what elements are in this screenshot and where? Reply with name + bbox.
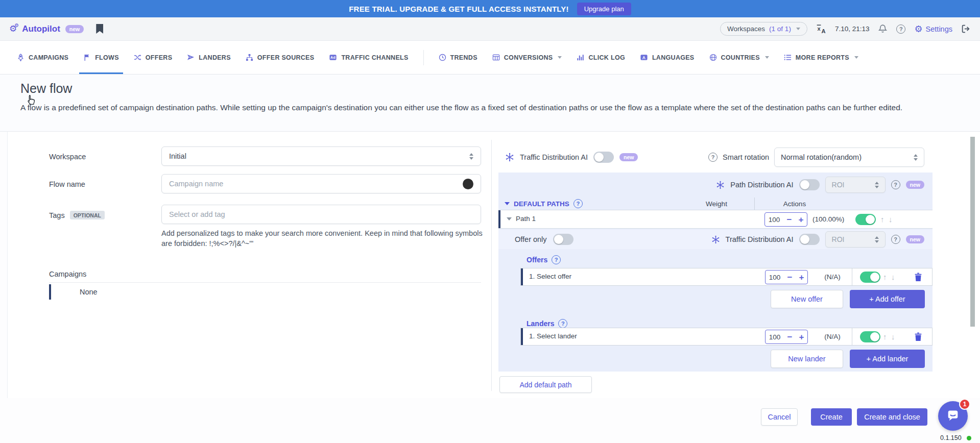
help-icon[interactable]: ? xyxy=(558,319,567,328)
move-up-icon[interactable]: ↑ xyxy=(880,215,885,224)
offer-enabled-toggle[interactable] xyxy=(860,272,880,283)
workspaces-count: (1 of 1) xyxy=(769,25,791,33)
nav-trends[interactable]: TRENDS xyxy=(439,41,477,74)
nav-landers[interactable]: LANDERS xyxy=(187,41,231,74)
svg-text:x: x xyxy=(817,26,821,32)
countries-icon xyxy=(709,54,717,61)
datetime: 7.10, 21:13 xyxy=(835,25,870,33)
path-traffic-ai-toggle[interactable] xyxy=(799,234,820,245)
ai-icon xyxy=(716,181,725,189)
path-ai-toggle[interactable] xyxy=(799,179,820,190)
weight-header: Weight xyxy=(701,200,732,208)
move-down-icon[interactable]: ↓ xyxy=(889,215,893,224)
help-icon[interactable]: ? xyxy=(708,153,718,162)
nav-flows[interactable]: FLOWS xyxy=(83,41,119,74)
row-accent-bar xyxy=(521,268,523,285)
select-chevrons-icon xyxy=(914,154,918,161)
plus-button[interactable]: + xyxy=(796,333,807,341)
workspaces-label: Workspaces xyxy=(727,25,765,33)
offer-only-label: Offer only xyxy=(515,235,547,243)
landers-icon xyxy=(187,54,195,61)
bell-icon[interactable] xyxy=(878,24,888,34)
help-icon[interactable]: ? xyxy=(891,235,900,244)
app-title[interactable]: Autopilot xyxy=(22,24,60,34)
help-icon[interactable]: ? xyxy=(552,255,561,264)
new-offer-button[interactable]: New offer xyxy=(771,290,843,308)
add-default-path-button[interactable]: Add default path xyxy=(499,376,592,393)
offer-select[interactable]: 1. Select offer xyxy=(529,273,571,280)
translate-icon[interactable]: xA xyxy=(816,24,826,34)
nav-conversions[interactable]: CONVERSIONS xyxy=(492,41,562,74)
smart-rotation-row: ? Smart rotation Normal rotation(random) xyxy=(708,147,924,167)
tags-label-row: Tags OPTIONAL xyxy=(49,211,105,219)
minus-button[interactable]: − xyxy=(784,273,796,282)
lander-select[interactable]: 1. Select lander xyxy=(529,332,577,340)
collapse-icon[interactable] xyxy=(505,202,510,205)
path-enabled-toggle[interactable] xyxy=(855,214,876,225)
minus-button[interactable]: − xyxy=(784,333,796,341)
more-reports-icon xyxy=(784,54,792,61)
add-offer-button[interactable]: + Add offer xyxy=(850,290,925,308)
minus-button[interactable]: − xyxy=(783,215,795,224)
create-button[interactable]: Create xyxy=(811,408,852,426)
logout-icon[interactable] xyxy=(961,24,971,34)
weight-value[interactable]: 100 xyxy=(766,274,784,281)
move-up-icon[interactable]: ↑ xyxy=(883,273,887,281)
nav-languages[interactable]: A LANGUAGES xyxy=(640,41,695,74)
nav-campaigns[interactable]: CAMPAIGNS xyxy=(17,41,68,74)
nav-more-reports[interactable]: MORE REPORTS xyxy=(784,41,858,74)
settings-button[interactable]: ⚙ Settings xyxy=(914,24,952,34)
gear-icon: ⚙ xyxy=(914,24,922,34)
help-icon[interactable]: ? xyxy=(896,24,905,34)
flow-name-input[interactable] xyxy=(169,180,463,188)
weight-value[interactable]: 100 xyxy=(766,333,784,341)
move-up-icon[interactable]: ↑ xyxy=(883,332,887,341)
plus-button[interactable]: + xyxy=(795,215,807,224)
new-lander-button[interactable]: New lander xyxy=(771,350,843,368)
offers-section-header: Offers ? xyxy=(527,255,561,264)
path-row: Path 1 100 − + (100.00%) ↑ ↓ xyxy=(498,210,933,229)
cancel-button[interactable]: Cancel xyxy=(761,408,798,426)
nav-offers[interactable]: OFFERS xyxy=(134,41,173,74)
header-divider xyxy=(754,198,755,211)
plus-button[interactable]: + xyxy=(796,273,807,282)
landers-section-header: Landers ? xyxy=(527,319,567,328)
workspace-select[interactable]: Initial xyxy=(161,146,481,166)
offer-percent: (N/A) xyxy=(815,273,850,281)
move-down-icon[interactable]: ↓ xyxy=(891,332,895,341)
create-and-close-button[interactable]: Create and close xyxy=(857,408,927,426)
roi-select[interactable]: ROI xyxy=(825,231,886,248)
chat-unread-badge: 1 xyxy=(959,399,970,410)
workspaces-dropdown[interactable]: Workspaces (1 of 1) xyxy=(720,22,807,36)
weight-value[interactable]: 100 xyxy=(765,216,783,224)
tags-input[interactable] xyxy=(169,210,473,218)
bookmark-icon[interactable] xyxy=(96,24,103,34)
move-down-icon[interactable]: ↓ xyxy=(891,273,895,281)
delete-offer-icon[interactable] xyxy=(914,273,922,284)
flow-color-dot[interactable] xyxy=(463,179,473,189)
nav-click-log[interactable]: CLICK LOG xyxy=(577,41,625,74)
nav-offer-sources[interactable]: OFFER SOURCES xyxy=(246,41,315,74)
page: FREE TRIAL. UPGRADE & GET FULL ACCESS IN… xyxy=(0,0,980,443)
ai-icon xyxy=(711,235,720,244)
help-icon[interactable]: ? xyxy=(573,199,583,208)
add-lander-button[interactable]: + Add lander xyxy=(850,350,925,368)
delete-lander-icon[interactable] xyxy=(914,332,922,343)
nav-divider xyxy=(423,50,424,65)
traffic-ai-toggle[interactable] xyxy=(593,152,614,163)
smart-rotation-select[interactable]: Normal rotation(random) xyxy=(774,147,924,167)
roi-select[interactable]: ROI xyxy=(825,177,886,193)
collapse-icon[interactable] xyxy=(507,217,512,220)
scrollbar[interactable] xyxy=(970,137,975,327)
help-icon[interactable]: ? xyxy=(891,180,900,189)
offer-only-toggle[interactable] xyxy=(553,234,573,245)
languages-icon: A xyxy=(640,54,648,61)
click-log-icon xyxy=(577,54,584,61)
main-nav: CAMPAIGNS FLOWS OFFERS LANDERS OFFER SOU… xyxy=(0,41,980,75)
nav-traffic-channels[interactable]: Ad TRAFFIC CHANNELS xyxy=(329,41,408,74)
row-accent-bar xyxy=(498,210,500,228)
nav-countries[interactable]: COUNTRIES xyxy=(709,41,769,74)
upgrade-plan-button[interactable]: Upgrade plan xyxy=(577,3,631,15)
row-divider xyxy=(852,268,852,285)
lander-enabled-toggle[interactable] xyxy=(860,331,880,342)
